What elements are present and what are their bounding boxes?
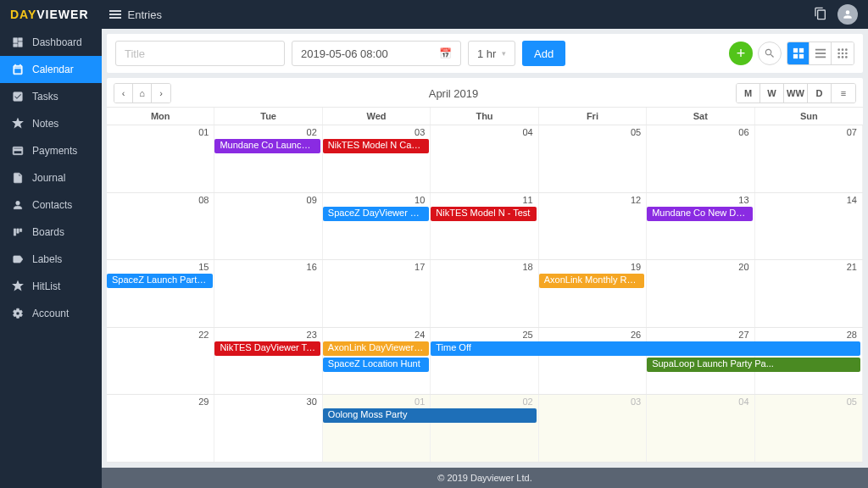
layout-dots-button[interactable]	[832, 42, 854, 64]
event[interactable]: Oolong Moss Party	[323, 408, 537, 423]
add-button[interactable]: Add	[522, 41, 565, 66]
view-d-button[interactable]: D	[808, 84, 832, 103]
sidebar: DashboardCalendarTasksNotesPaymentsJourn…	[0, 29, 102, 488]
sidebar-item-label: Journal	[32, 172, 65, 184]
svg-rect-0	[793, 48, 797, 53]
svg-rect-2	[793, 54, 797, 58]
svg-rect-6	[815, 57, 825, 58]
add-circle-button[interactable]: +	[729, 42, 753, 65]
sidebar-item-contacts[interactable]: Contacts	[0, 191, 102, 219]
sidebar-item-label: HitList	[32, 280, 60, 292]
search-button[interactable]	[758, 42, 782, 65]
sidebar-item-account[interactable]: Account	[0, 300, 102, 327]
title-input[interactable]	[115, 41, 285, 66]
event[interactable]: SpaceZ Launch Party Paym...	[107, 274, 213, 288]
sidebar-item-hitlist[interactable]: HitList	[0, 273, 102, 300]
view-w-button[interactable]: W	[760, 84, 784, 103]
event[interactable]: Mundane Co New Drill Bit	[647, 207, 753, 221]
journal-icon	[12, 172, 24, 184]
event[interactable]: SpaceZ DayViewer Team Ro...	[323, 207, 429, 221]
event[interactable]: Time Off	[431, 341, 860, 356]
event[interactable]: NikTES Model N Car Ideas	[323, 139, 429, 153]
event[interactable]: Mundane Co Launch Party ...	[214, 139, 320, 153]
sidebar-item-label: Boards	[32, 226, 64, 238]
sidebar-item-label: Dashboard	[32, 36, 82, 48]
next-button[interactable]: ›	[152, 84, 170, 103]
event[interactable]: AxonLink Monthly Report	[539, 274, 645, 288]
footer: © 2019 Dayviewer Ltd.	[102, 468, 868, 488]
svg-rect-4	[815, 49, 825, 51]
sidebar-item-dashboard[interactable]: Dashboard	[0, 29, 102, 56]
sidebar-item-label: Tasks	[32, 91, 58, 103]
sidebar-item-calendar[interactable]: Calendar	[0, 56, 102, 83]
svg-point-10	[837, 53, 840, 55]
events-layer: Oolong Moss Party	[107, 395, 863, 462]
dow-cell: Fri	[539, 108, 647, 125]
duration-select[interactable]: 1 hr ▾	[468, 41, 515, 66]
account-icon	[12, 308, 24, 319]
chevron-down-icon: ▾	[502, 49, 506, 58]
hamburger-icon	[109, 10, 121, 19]
svg-rect-1	[798, 48, 803, 53]
sidebar-item-label: Notes	[32, 118, 58, 130]
event[interactable]: AxonLink DayViewer Team ...	[323, 341, 429, 356]
event[interactable]: SupaLoop Launch Party Pa...	[647, 358, 860, 372]
logo-viewer: VIEWER	[36, 8, 88, 21]
dow-cell: Thu	[431, 108, 538, 125]
view-ww-button[interactable]: WW	[784, 84, 808, 103]
calendar-title: April 2019	[171, 87, 736, 100]
svg-point-9	[845, 48, 848, 51]
dow-cell: Wed	[323, 108, 431, 125]
week-row: 29300102030405Oolong Moss Party	[107, 395, 863, 463]
tasks-icon	[12, 91, 24, 103]
sidebar-item-notes[interactable]: Notes	[0, 110, 102, 137]
layout-list-button[interactable]	[810, 42, 832, 64]
entries-menu[interactable]: Entries	[109, 8, 162, 21]
sidebar-item-label: Contacts	[32, 199, 72, 211]
logo-day: DAY	[10, 8, 36, 21]
svg-point-8	[842, 48, 844, 51]
svg-rect-3	[798, 54, 803, 58]
sidebar-item-boards[interactable]: Boards	[0, 219, 102, 246]
svg-rect-5	[815, 53, 825, 54]
prev-button[interactable]: ‹	[114, 84, 133, 103]
calendar-icon	[12, 64, 24, 75]
week-row: 15161718192021SpaceZ Launch Party Paym..…	[107, 260, 863, 328]
events-layer: SpaceZ DayViewer Team Ro...NikTES Model …	[107, 193, 863, 260]
events-layer: Mundane Co Launch Party ...NikTES Model …	[107, 125, 863, 192]
svg-point-12	[845, 53, 848, 55]
view-range-group: MWWWD≡	[736, 83, 856, 103]
copy-icon[interactable]	[814, 7, 827, 23]
sidebar-item-label: Labels	[32, 253, 62, 265]
hitlist-icon	[12, 280, 24, 292]
svg-point-7	[837, 48, 840, 51]
avatar[interactable]	[837, 4, 858, 25]
date-input[interactable]: 2019-05-06 08:00 📅	[292, 41, 461, 66]
svg-point-13	[837, 56, 840, 58]
labels-icon	[12, 253, 24, 265]
sidebar-item-labels[interactable]: Labels	[0, 246, 102, 273]
week-row: 22232425262728NikTES DayViewer Team Room…	[107, 328, 863, 396]
view-≡-button[interactable]: ≡	[832, 84, 855, 103]
sidebar-item-payments[interactable]: Payments	[0, 137, 102, 164]
sidebar-item-tasks[interactable]: Tasks	[0, 83, 102, 110]
event[interactable]: SpaceZ Location Hunt	[323, 358, 429, 372]
layout-grid-button[interactable]	[787, 42, 810, 64]
week-row: 01020304050607Mundane Co Launch Party ..…	[107, 125, 863, 193]
contacts-icon	[12, 199, 24, 211]
dow-cell: Tue	[214, 108, 322, 125]
view-m-button[interactable]: M	[737, 84, 760, 103]
today-button[interactable]: ⌂	[133, 84, 152, 103]
calendar-grid: 01020304050607Mundane Co Launch Party ..…	[107, 125, 863, 463]
logo[interactable]: DAYVIEWER	[10, 8, 89, 21]
event[interactable]: NikTES Model N - Test	[431, 207, 537, 221]
svg-point-14	[842, 56, 844, 58]
dow-row: MonTueWedThuFriSatSun	[107, 107, 863, 125]
boards-icon	[12, 226, 24, 238]
events-layer: SpaceZ Launch Party Paym...AxonLink Mont…	[107, 260, 863, 327]
event[interactable]: NikTES DayViewer Team Room	[214, 341, 320, 356]
sidebar-item-journal[interactable]: Journal	[0, 164, 102, 191]
entries-label: Entries	[128, 8, 162, 21]
date-value: 2019-05-06 08:00	[301, 47, 388, 60]
sidebar-item-label: Payments	[32, 145, 77, 157]
